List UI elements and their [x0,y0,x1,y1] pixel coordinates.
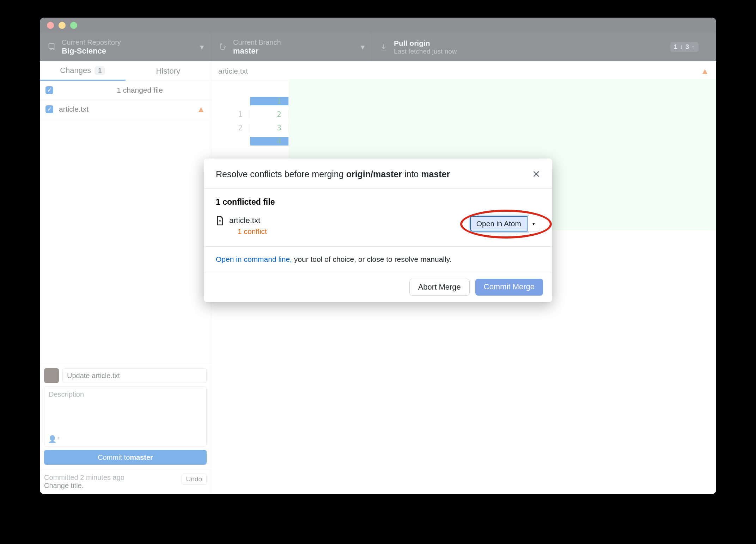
modal-overlay: Resolve conflicts before merging origin/… [40,18,716,494]
conflict-file-count: 1 conflict [238,227,267,236]
modal-title: Resolve conflicts before merging origin/… [216,169,450,179]
open-command-line-link[interactable]: Open in command line, [216,255,292,263]
app-window: Current Repository Big-Science ▾ Current… [40,18,716,494]
conflict-file-name: article.txt [229,216,267,225]
modal-hint-rest: your tool of choice, or close to resolve… [292,255,452,263]
open-in-editor-dropdown[interactable]: ▾ [528,216,540,231]
svg-text:‹›: ‹› [219,218,221,223]
conflict-count: 1 conflicted file [216,197,540,207]
commit-merge-button[interactable]: Commit Merge [475,279,543,296]
abort-merge-button[interactable]: Abort Merge [409,279,470,296]
conflict-modal: Resolve conflicts before merging origin/… [204,159,552,302]
file-diff-icon: ‹› [216,216,224,226]
open-in-editor-button[interactable]: Open in Atom [470,216,528,231]
modal-hint: Open in command line, your tool of choic… [204,246,552,272]
close-icon[interactable]: ✕ [532,168,540,180]
